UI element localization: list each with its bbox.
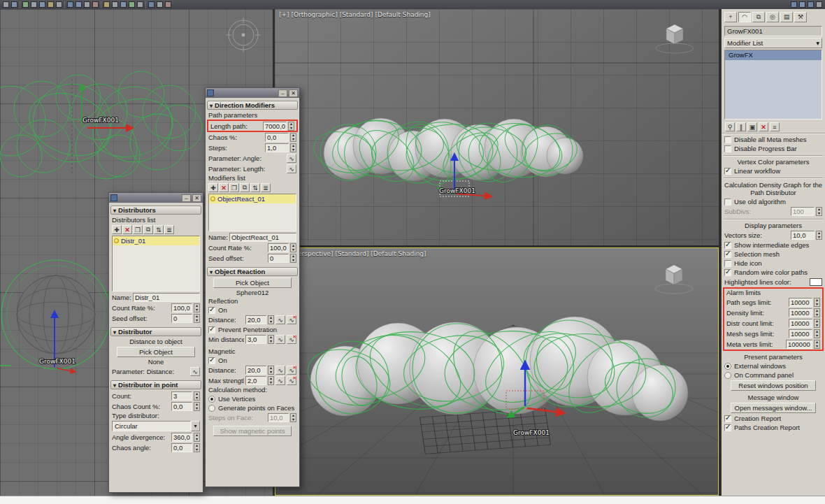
magnetic-distance-spinner[interactable] [268,366,274,375]
count-spinner[interactable] [194,391,200,401]
creation-report-checkbox[interactable] [724,415,731,422]
add-distributor-icon[interactable]: ✚ [112,225,122,234]
random-wire-checkbox[interactable] [724,269,731,276]
toolbar-icon[interactable] [92,1,99,8]
meta-verts-field[interactable]: 100000 [786,340,812,349]
chevron-down-icon[interactable]: ▾ [191,421,200,431]
delete-curve-button[interactable]: ∿✕ [287,376,296,385]
motion-tab-icon[interactable]: ◎ [766,12,779,22]
pick-object-button[interactable]: Pick Object [213,278,292,288]
steps-field[interactable]: 1,0 [265,143,289,152]
render-setup-icon[interactable] [791,1,797,8]
remove-modifier-icon[interactable]: ✕ [759,122,768,131]
modifier-seed-field[interactable]: 0 [268,254,289,263]
toolbar-icon[interactable] [103,1,110,8]
subdivs-spinner[interactable] [816,207,822,216]
list-item[interactable]: ObjectReact_01 [209,194,296,203]
clone-distributor-icon[interactable]: ❐ [133,225,143,234]
distributors-rollout[interactable]: Distributors [110,206,201,215]
distr-count-spinner[interactable] [814,319,820,328]
toolbar-icon[interactable] [165,1,171,8]
viewport-orthographic[interactable]: [+] [Orthographic] [Standard] [Default S… [275,9,719,245]
distr-seed-spinner[interactable] [194,314,200,323]
mesh-segs-field[interactable]: 10000 [789,329,812,338]
subdivs-field[interactable]: 100 [791,207,815,216]
pick-object-button[interactable]: Pick Object [117,347,195,357]
delete-modifier-icon[interactable]: ✕ [219,183,229,192]
distr-count-rate-field[interactable]: 100,0 [171,303,192,312]
generate-points-radio[interactable] [208,405,215,412]
toolbar-icon[interactable] [120,1,127,8]
copy-distributor-icon[interactable]: ⧉ [143,225,153,234]
toolbar-icon[interactable] [3,1,9,8]
modifier-menu-icon[interactable]: ≣ [261,183,271,192]
meta-verts-spinner[interactable] [814,340,820,349]
distributors-window[interactable]: – ✕ Distributors Distributors list ✚ ✕ ❐… [108,192,203,493]
toolbar-icon[interactable] [48,1,54,8]
use-vertices-radio[interactable] [208,396,215,403]
modifier-name-field[interactable]: ObjectReact_01 [229,233,296,242]
selection-mesh-checkbox[interactable] [724,251,731,258]
configure-modifier-sets-icon[interactable]: ≡ [770,122,780,131]
path-segs-spinner[interactable] [814,298,820,307]
toolbar-icon[interactable] [39,1,45,8]
disable-meta-checkbox[interactable] [724,136,731,143]
reset-windows-button[interactable]: Reset windows position [731,380,816,391]
delete-distributor-icon[interactable]: ✕ [122,225,132,234]
minimize-icon[interactable]: – [182,194,191,202]
min-distance-spinner[interactable] [268,335,274,344]
utilities-tab-icon[interactable]: ⚒ [794,12,807,22]
viewport-label[interactable]: [+] [Orthographic] [Standard] [Default S… [279,11,431,18]
modifiers-list[interactable]: ObjectReact_01 [208,194,296,231]
disable-progress-checkbox[interactable] [724,145,731,152]
count-field[interactable]: 3 [171,391,192,401]
toolbar-icon[interactable] [157,1,163,8]
toolbar-icon[interactable] [816,1,822,8]
external-windows-radio[interactable] [724,363,731,370]
chaos-spinner[interactable] [290,133,296,142]
paths-creation-report-checkbox[interactable] [724,424,731,431]
modifier-seed-spinner[interactable] [290,254,296,263]
direction-modifiers-rollout[interactable]: Direction Modifiers [207,101,298,110]
max-strength-spinner[interactable] [268,376,274,385]
curve-button[interactable]: ∿ [287,154,296,163]
close-icon[interactable]: ✕ [192,194,201,202]
viewport-perspective[interactable]: [+] [Perspective] [Standard] [Default Sh… [275,247,719,496]
window-titlebar[interactable]: – ✕ [206,88,299,98]
reorder-distributor-icon[interactable]: ⇅ [154,225,164,234]
clone-modifier-icon[interactable]: ❐ [229,183,239,192]
angle-divergence-spinner[interactable] [194,433,200,442]
distributor-in-point-rollout[interactable]: Distributor in point [110,380,201,389]
type-distributor-dropdown[interactable]: Circular ▾ [112,421,200,431]
window-titlebar[interactable]: – ✕ [109,193,203,203]
object-reaction-rollout[interactable]: Object Reaction [207,267,298,276]
modify-tab-icon[interactable]: ◠ [738,12,751,22]
distr-seed-field[interactable]: 0 [171,314,192,323]
direction-modifiers-window[interactable]: – ✕ Direction Modifiers Path parameters … [205,87,300,487]
toolbar-icon[interactable] [129,1,135,8]
show-magnetic-points-button[interactable]: Show magnetic points [213,426,292,436]
show-edges-checkbox[interactable] [724,242,731,249]
pin-stack-icon[interactable]: ⚲ [725,122,735,131]
toolbar-icon[interactable] [22,1,29,8]
color-swatch[interactable] [810,278,822,286]
magnetic-on-checkbox[interactable] [208,357,215,364]
path-segs-field[interactable]: 10000 [789,298,812,307]
viewport-compass[interactable] [226,17,261,52]
add-modifier-icon[interactable]: ✚ [208,183,218,192]
toolbar-icon[interactable] [84,1,90,8]
steps-on-face-field[interactable]: 10,0 [268,413,289,422]
curve-button[interactable]: ∿ [287,164,296,173]
modifier-count-rate-field[interactable]: 100,0 [268,243,289,252]
toolbar-icon[interactable] [76,1,82,8]
distributor-rollout[interactable]: Distributor [110,327,201,336]
delete-curve-button[interactable]: ∿✕ [287,315,296,324]
show-end-result-icon[interactable]: ∥ [736,122,746,131]
chaos-field[interactable]: 0,0 [265,133,289,142]
steps-on-face-spinner[interactable] [290,413,296,422]
delete-curve-button[interactable]: ∿✕ [287,335,296,344]
viewport-label[interactable]: [+] [Perspective] [Standard] [Default Sh… [280,250,426,257]
bulb-icon[interactable] [114,238,119,243]
chaos-count-spinner[interactable] [194,402,200,411]
bulb-icon[interactable] [210,196,215,201]
